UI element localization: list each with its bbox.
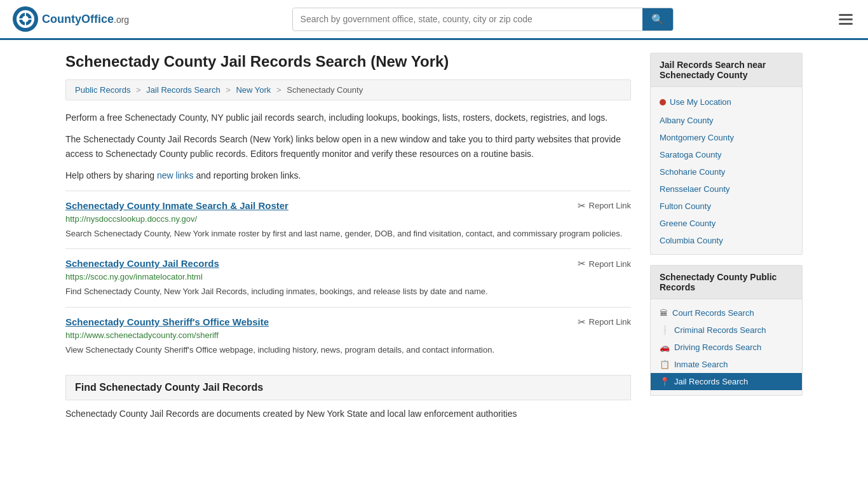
sidebar-court-records[interactable]: 🏛 Court Records Search [651,304,802,322]
sidebar-nearby-7[interactable]: Columbia County [651,232,802,249]
breadcrumb-new-york[interactable]: New York [236,85,271,95]
find-section: Find Schenectady County Jail Records [65,375,631,400]
court-icon: 🏛 [660,308,668,318]
result-title-3[interactable]: Schenectady County Sheriff's Office Webs… [65,316,269,327]
report-link-3[interactable]: ✂ Report Link [578,316,631,328]
sidebar-nearby-1[interactable]: Montgomery County [651,129,802,146]
search-button[interactable]: 🔍 [642,8,673,30]
site-header: CountyOffice.org 🔍 [0,0,868,40]
breadcrumb-public-records[interactable]: Public Records [75,85,130,95]
main-container: Schenectady County Jail Records Search (… [53,40,815,441]
main-content: Schenectady County Jail Records Search (… [65,53,631,428]
breadcrumb: Public Records > Jail Records Search > N… [65,79,631,100]
result-desc-3: View Schenectady County Sheriff's Office… [65,344,631,356]
result-item-3: Schenectady County Sheriff's Office Webs… [65,307,631,365]
sidebar-nearby-5[interactable]: Fulton County [651,198,802,215]
report-icon-1: ✂ [578,200,586,212]
nearby-section: Jail Records Search near Schenectady Cou… [650,53,803,255]
sidebar-jail-records[interactable]: 📍 Jail Records Search [651,373,802,390]
description-2: The Schenectady County Jail Records Sear… [65,132,631,161]
result-title-1[interactable]: Schenectady County Inmate Search & Jail … [65,200,288,211]
sidebar-nearby-4[interactable]: Rensselaer County [651,180,802,198]
result-url-2[interactable]: https://scoc.ny.gov/inmatelocator.html [65,272,631,281]
sidebar-nearby-3[interactable]: Schoharie County [651,163,802,180]
sidebar-nearby-6[interactable]: Greene County [651,215,802,232]
logo[interactable]: CountyOffice.org [13,6,129,32]
sidebar-nearby-0[interactable]: Albany County [651,112,802,129]
sidebar: Jail Records Search near Schenectady Cou… [650,53,803,428]
breadcrumb-jail-records[interactable]: Jail Records Search [146,85,220,95]
page-title: Schenectady County Jail Records Search (… [65,53,631,71]
public-records-title: Schenectady County Public Records [651,266,802,299]
new-links-link[interactable]: new links [157,170,194,180]
logo-text: CountyOffice.org [42,13,129,26]
inmate-icon: 📋 [660,360,670,369]
sidebar-inmate-search[interactable]: 📋 Inmate Search [651,356,802,373]
result-item-1: Schenectady County Inmate Search & Jail … [65,191,631,249]
result-item-2: Schenectady County Jail Records ✂ Report… [65,248,631,307]
sidebar-criminal-records[interactable]: ❕ Criminal Records Search [651,322,802,339]
logo-icon [13,6,38,32]
find-section-desc: Schenectady County Jail Records are docu… [65,407,631,421]
breadcrumb-current: Schenectady County [287,85,363,95]
description-3: Help others by sharing new links and rep… [65,168,631,182]
public-records-section: Schenectady County Public Records 🏛 Cour… [650,265,803,396]
location-dot-icon [660,99,666,105]
find-section-title: Find Schenectady County Jail Records [75,382,621,393]
search-bar: 🔍 [292,8,674,31]
report-link-1[interactable]: ✂ Report Link [578,200,631,212]
jail-icon: 📍 [660,377,670,386]
criminal-icon: ❕ [660,325,670,335]
use-my-location-link[interactable]: Use My Location [670,97,731,107]
driving-icon: 🚗 [660,342,670,352]
nearby-title: Jail Records Search near Schenectady Cou… [651,53,802,87]
result-desc-1: Search Schenectady County, New York inma… [65,227,631,240]
result-title-2[interactable]: Schenectady County Jail Records [65,258,219,269]
report-icon-2: ✂ [578,258,586,269]
result-desc-2: Find Schenectady County, New York Jail R… [65,285,631,298]
report-icon-3: ✂ [578,316,586,328]
hamburger-menu[interactable] [836,11,855,27]
use-my-location[interactable]: Use My Location [651,92,802,112]
search-input[interactable] [293,9,642,29]
result-url-1[interactable]: http://nysdoccslookup.doccs.ny.gov/ [65,214,631,224]
description-1: Perform a free Schenectady County, NY pu… [65,111,631,125]
result-url-3[interactable]: http://www.schenectadycounty.com/sheriff [65,330,631,340]
sidebar-nearby-2[interactable]: Saratoga County [651,146,802,163]
sidebar-driving-records[interactable]: 🚗 Driving Records Search [651,339,802,356]
report-link-2[interactable]: ✂ Report Link [578,258,631,269]
